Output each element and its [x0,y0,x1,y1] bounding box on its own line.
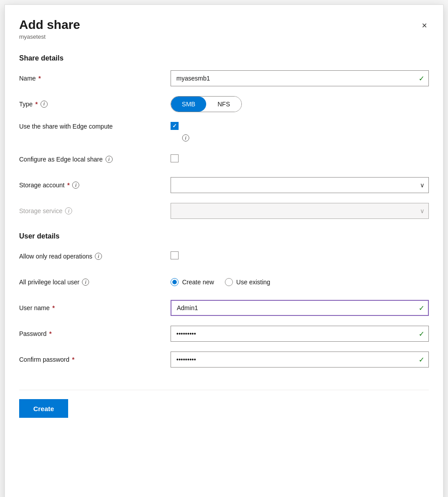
dialog-subtitle: myasetest [19,33,80,40]
password-input[interactable] [171,326,429,342]
create-new-label: Create new [182,279,214,286]
password-check-icon: ✓ [419,330,424,338]
name-required: * [38,75,41,82]
header-text-group: Add share myasetest [19,17,80,53]
storage-service-control: ∨ [171,203,429,219]
confirm-password-input[interactable] [171,352,429,368]
type-info-icon: i [41,101,48,108]
read-only-label: Allow only read operations i [19,253,171,260]
type-required: * [35,101,37,108]
storage-account-label: Storage account * i [19,182,171,189]
use-existing-label: Use existing [236,279,270,286]
edge-compute-checkbox[interactable] [171,122,179,130]
edge-local-info-icon: i [106,156,113,163]
edge-compute-info-row: i [182,133,189,142]
name-input[interactable] [171,70,429,86]
edge-local-checkbox[interactable] [171,154,179,162]
add-share-dialog: Add share myasetest × Share details Name… [4,4,444,497]
type-toggle-group: SMB NFS [171,96,242,112]
edge-compute-control: i [171,122,429,142]
type-label: Type * i [19,101,171,108]
privilege-user-row: All privilege local user i Create new Us… [19,274,429,290]
create-new-radio[interactable] [171,278,179,286]
edge-local-row: Configure as Edge local share i [19,151,429,167]
password-input-wrapper: ✓ [171,326,429,342]
read-only-control [171,251,429,261]
storage-account-select[interactable] [171,177,429,193]
confirm-password-control: ✓ [171,352,429,368]
storage-account-required: * [67,182,69,189]
confirm-password-check-icon: ✓ [419,356,424,364]
dialog-footer: Create [19,390,429,418]
storage-account-dropdown-wrapper: ∨ [171,177,429,193]
username-input[interactable] [171,300,429,316]
username-row: User name * ✓ [19,300,429,316]
edge-compute-label: Use the share with Edge compute [19,122,171,130]
read-only-info-icon: i [95,253,102,260]
storage-account-control: ∨ [171,177,429,193]
storage-service-label: Storage service i [19,207,171,214]
read-only-row: Allow only read operations i [19,248,429,264]
privilege-user-label: All privilege local user i [19,279,171,286]
username-input-wrapper: ✓ [171,300,429,316]
smb-toggle-button[interactable]: SMB [171,97,206,112]
edge-compute-row: Use the share with Edge compute i [19,122,429,142]
confirm-password-row: Confirm password * ✓ [19,352,429,368]
username-check-icon: ✓ [419,304,424,312]
name-control: ✓ [171,70,429,86]
user-details-section: User details Allow only read operations … [19,232,429,377]
share-details-section-title: Share details [19,54,429,62]
name-check-icon: ✓ [419,74,424,82]
use-existing-option[interactable]: Use existing [225,278,270,286]
password-control: ✓ [171,326,429,342]
confirm-password-input-wrapper: ✓ [171,352,429,368]
name-label: Name * [19,75,171,82]
name-row: Name * ✓ [19,70,429,86]
username-control: ✓ [171,300,429,316]
storage-account-info-icon: i [72,182,79,189]
confirm-password-label: Confirm password * [19,356,171,363]
type-row: Type * i SMB NFS [19,96,429,112]
name-input-wrapper: ✓ [171,70,429,86]
create-button[interactable]: Create [19,399,68,418]
storage-service-dropdown-wrapper: ∨ [171,203,429,219]
edge-local-label-wrapper: Configure as Edge local share i [19,156,171,163]
privilege-user-radio-group: Create new Use existing [171,278,429,286]
username-label: User name * [19,304,171,311]
password-label: Password * [19,330,171,337]
edge-compute-info-icon: i [182,134,189,141]
use-existing-radio[interactable] [225,278,233,286]
storage-account-row: Storage account * i ∨ [19,177,429,193]
close-button[interactable]: × [420,19,429,32]
password-row: Password * ✓ [19,326,429,342]
storage-service-row: Storage service i ∨ [19,203,429,219]
edge-local-control [171,154,429,164]
confirm-password-required: * [72,356,74,363]
dialog-title: Add share [19,17,80,32]
storage-service-select [171,203,429,219]
privilege-user-info-icon: i [82,279,89,286]
dialog-header: Add share myasetest × [19,17,429,53]
user-details-section-title: User details [19,232,429,240]
storage-service-info-icon: i [65,207,72,214]
username-required: * [52,304,54,311]
create-new-option[interactable]: Create new [171,278,214,286]
password-required: * [49,330,51,337]
privilege-user-control: Create new Use existing [171,278,429,286]
type-control: SMB NFS [171,96,429,112]
read-only-checkbox[interactable] [171,251,179,259]
share-details-section: Share details Name * ✓ Type * i [19,54,429,229]
nfs-toggle-button[interactable]: NFS [206,97,241,112]
